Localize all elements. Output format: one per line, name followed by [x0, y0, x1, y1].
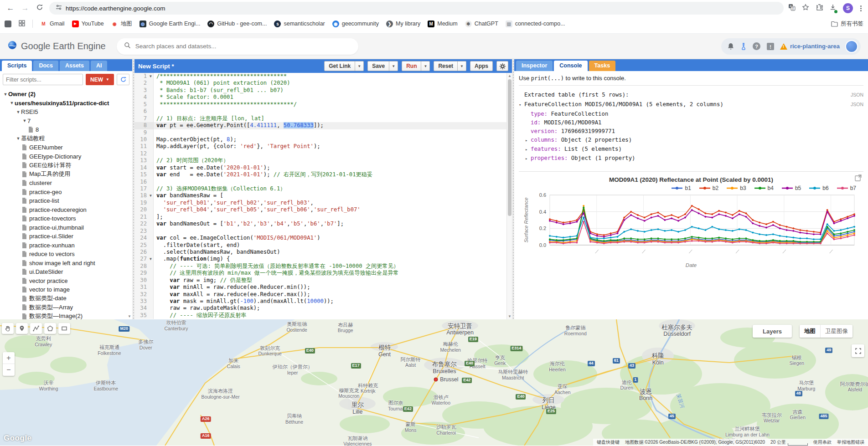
- tree-script-item[interactable]: 8: [1, 125, 132, 134]
- fullscreen-button[interactable]: [852, 344, 864, 357]
- search-bar[interactable]: [117, 38, 358, 55]
- fold-marker-icon[interactable]: ▼: [148, 192, 154, 199]
- translate-icon[interactable]: A文: [788, 4, 796, 13]
- save-dropdown-icon[interactable]: ▼: [389, 61, 398, 71]
- code-line[interactable]: 30 var raw = img; // 仍是整型: [134, 277, 512, 284]
- site-settings-icon[interactable]: [56, 4, 62, 12]
- map-type-map-button[interactable]: 地图: [800, 325, 820, 338]
- code-line[interactable]: 6: [134, 108, 512, 115]
- save-button[interactable]: Save: [367, 61, 389, 71]
- code-line[interactable]: 28 // ---- 可选: 简单剔除明显无效值（原始整数反射率通常在 -100…: [134, 263, 512, 270]
- url-input[interactable]: [66, 5, 777, 12]
- expander-icon[interactable]: ▸: [525, 145, 531, 154]
- search-input[interactable]: [135, 43, 351, 50]
- expander-icon[interactable]: ▾: [519, 100, 524, 110]
- tree-script-item[interactable]: 数据类型—Image(2): [1, 312, 132, 320]
- code-line[interactable]: 25 .filterDate(start, end): [134, 242, 512, 249]
- forward-icon[interactable]: →: [20, 4, 30, 13]
- tree-script-item[interactable]: practice-ui.Slider: [1, 232, 132, 241]
- tree-script-item[interactable]: practice-reduceregion: [1, 205, 132, 215]
- code-line[interactable]: 1▼/*************************************…: [134, 73, 512, 80]
- tab-console[interactable]: Console: [554, 61, 587, 71]
- bookmark-star-icon[interactable]: [802, 4, 809, 13]
- bookmark-item[interactable]: ❯My library: [386, 20, 420, 28]
- new-script-button[interactable]: NEW ▼: [86, 74, 114, 85]
- code-line[interactable]: 15 var end = ee.Date('2021-01-01'); // 右…: [134, 171, 512, 178]
- code-line[interactable]: 5 **************************************…: [134, 101, 512, 108]
- tree-script-item[interactable]: GEENumber: [1, 143, 132, 152]
- report-error-link[interactable]: 举报地图错误: [837, 439, 864, 446]
- code-line[interactable]: 33 var mask = minAll.gt(-100).and(maxAll…: [134, 298, 512, 305]
- apps-grid-icon[interactable]: [19, 20, 25, 28]
- map-type-satellite-button[interactable]: 卫星图像: [820, 325, 852, 338]
- back-icon[interactable]: ←: [5, 4, 16, 13]
- gee-profile-avatar[interactable]: [845, 40, 858, 53]
- target-point-marker[interactable]: [434, 377, 438, 381]
- tree-script-item[interactable]: ui.DateSlider: [1, 267, 132, 277]
- layers-button[interactable]: Layers: [753, 325, 792, 338]
- all-bookmarks-button[interactable]: 所有书签: [831, 20, 863, 28]
- get-link-dropdown-icon[interactable]: ▼: [355, 61, 364, 71]
- tree-script-item[interactable]: GEE位移计算符: [1, 161, 132, 170]
- code-line[interactable]: 10 Map.centerObject(pt, 8);: [134, 136, 512, 143]
- code-line[interactable]: 26 .select(bandNamesRaw, bandNamesOut): [134, 249, 512, 256]
- fold-marker-icon[interactable]: ▼: [148, 73, 154, 80]
- extensions-icon[interactable]: [816, 4, 823, 13]
- editor-scrollbar[interactable]: ▲ ▼: [506, 73, 512, 319]
- tree-folder[interactable]: ▼RSEI5: [1, 108, 132, 117]
- code-line[interactable]: 21 ];: [134, 214, 512, 220]
- code-line[interactable]: 27▼ .map(function(img) {: [134, 256, 512, 262]
- tab-ai[interactable]: AI: [91, 61, 108, 71]
- tree-folder[interactable]: ▼users/hesuixinya511/practice-dict: [1, 99, 132, 108]
- code-line[interactable]: 16: [134, 179, 512, 185]
- expander-icon[interactable]: ▸: [525, 154, 531, 163]
- code-line[interactable]: 19 'sur_refl_b01','sur_refl_b02','sur_re…: [134, 200, 512, 206]
- tree-script-item[interactable]: practice-ui,thumbnail: [1, 223, 132, 232]
- code-line[interactable]: 29 // 这里用所有波段的 min/max 做一个统一掩膜，避免某些波段为填充…: [134, 270, 512, 277]
- map-viewport[interactable]: 坎特伯雷Canterbury奥斯坦德Oostende布吕赫Brugge安特卫普A…: [0, 319, 868, 446]
- scripts-scrollbar[interactable]: ▼: [127, 88, 132, 319]
- json-link[interactable]: JSON: [851, 100, 863, 109]
- code-line[interactable]: 14 var start = ee.Date('2020-01-01');: [134, 164, 512, 171]
- reload-icon[interactable]: [35, 4, 45, 13]
- tree-script-item[interactable]: practice-xunhuan: [1, 241, 132, 250]
- collapse-arrow-icon[interactable]: ▼: [3, 92, 8, 97]
- project-selector[interactable]: rice-planting-area: [780, 43, 840, 50]
- get-link-button[interactable]: Get Link: [324, 61, 355, 71]
- collapse-arrow-icon[interactable]: ▼: [16, 110, 21, 114]
- tab-tasks[interactable]: Tasks: [589, 61, 616, 71]
- keyboard-shortcuts-link[interactable]: 键盘快捷键: [597, 439, 620, 446]
- tree-script-item[interactable]: reduce to vectors: [1, 250, 132, 259]
- code-line[interactable]: 32 var maxAll = raw.reduce(ee.Reducer.ma…: [134, 291, 512, 298]
- code-line[interactable]: 18▼var bandNamesRaw = [: [134, 192, 512, 199]
- address-bar[interactable]: [49, 2, 784, 15]
- bookmark-item[interactable]: MMedium: [428, 20, 457, 28]
- refresh-scripts-button[interactable]: [117, 74, 129, 85]
- tree-script-item[interactable]: 数据类型—Array: [1, 303, 132, 312]
- draw-point-icon[interactable]: [16, 323, 28, 334]
- tree-script-item[interactable]: 数据类型-date: [1, 294, 132, 303]
- pan-hand-icon[interactable]: [2, 323, 14, 334]
- code-line[interactable]: 35 // ---- 缩放因子还原反射率: [134, 312, 512, 319]
- tab-assets[interactable]: Assets: [60, 61, 89, 71]
- code-line[interactable]: 24 var col = ee.ImageCollection('MODIS/0…: [134, 235, 512, 241]
- bookmark-item[interactable]: MGmail: [40, 20, 65, 28]
- tree-folder[interactable]: ▼Owner (2): [1, 90, 132, 99]
- tree-script-item[interactable]: vector to image: [1, 285, 132, 294]
- collapse-arrow-icon[interactable]: ▼: [22, 118, 27, 123]
- workspace-favicon[interactable]: [5, 21, 11, 27]
- help-icon[interactable]: ?: [752, 42, 761, 51]
- bookmark-item[interactable]: ◉geecommunity: [332, 20, 379, 28]
- filter-scripts-input[interactable]: [3, 74, 83, 85]
- bookmark-item[interactable]: ✱ChatGPT: [465, 20, 498, 28]
- tree-script-item[interactable]: show image left and right: [1, 259, 132, 268]
- draw-line-icon[interactable]: [30, 323, 42, 334]
- bookmark-item[interactable]: ▶YouTube: [72, 20, 104, 28]
- zoom-in-button[interactable]: +: [3, 352, 15, 364]
- tree-script-item[interactable]: GEEtype-Dictionary: [1, 152, 132, 161]
- collapse-arrow-icon[interactable]: ▼: [9, 101, 15, 105]
- zoom-out-button[interactable]: −: [3, 364, 15, 376]
- reset-dropdown-icon[interactable]: ▼: [458, 61, 466, 71]
- scroll-down-icon[interactable]: ▼: [128, 314, 131, 318]
- reset-button[interactable]: Reset: [434, 61, 458, 71]
